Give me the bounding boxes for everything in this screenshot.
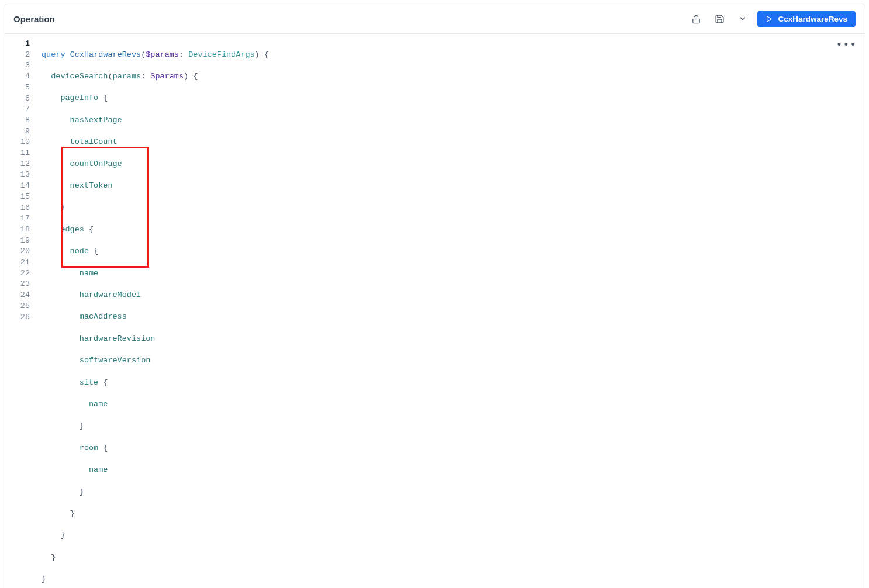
query-code[interactable]: query CcxHardwareRevs($params: DeviceFin…	[37, 34, 865, 588]
svg-marker-1	[767, 16, 772, 22]
share-icon[interactable]	[687, 10, 705, 27]
run-button[interactable]: CcxHardwareRevs	[757, 11, 856, 27]
operation-top-bar: Operation CcxHardwareRevs	[4, 4, 865, 34]
query-editor[interactable]: 1234567891011121314151617181920212223242…	[4, 34, 865, 588]
top-actions: CcxHardwareRevs	[687, 10, 856, 27]
run-button-label: CcxHardwareRevs	[778, 15, 847, 23]
more-menu-icon[interactable]: •••	[836, 40, 857, 51]
operation-panel: Operation CcxHardwareRevs 12345678910111…	[4, 4, 865, 588]
panel-title: Operation	[13, 14, 55, 24]
save-icon[interactable]	[711, 10, 728, 27]
chevron-down-icon[interactable]	[734, 10, 751, 27]
play-icon	[765, 15, 773, 23]
line-gutter: 1234567891011121314151617181920212223242…	[4, 34, 37, 588]
